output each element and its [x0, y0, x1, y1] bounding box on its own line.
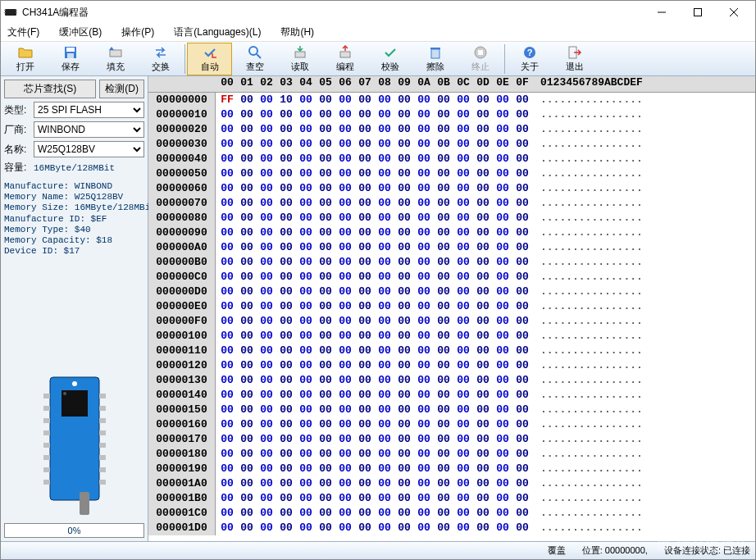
hex-byte[interactable]: 00: [394, 285, 414, 299]
hex-byte[interactable]: 00: [473, 329, 493, 344]
hex-byte[interactable]: 00: [375, 329, 394, 344]
hex-byte[interactable]: 00: [453, 314, 473, 329]
hex-byte[interactable]: 00: [237, 417, 257, 432]
hex-byte[interactable]: 00: [237, 447, 257, 462]
hex-byte[interactable]: 00: [276, 299, 296, 314]
hex-byte[interactable]: 00: [257, 211, 276, 225]
hex-byte[interactable]: 00: [276, 107, 296, 122]
hex-byte[interactable]: 00: [296, 491, 316, 506]
hex-byte[interactable]: 00: [257, 240, 276, 255]
hex-byte[interactable]: 00: [296, 270, 316, 285]
hex-byte[interactable]: 00: [316, 521, 335, 535]
hex-byte[interactable]: 00: [375, 196, 394, 211]
hex-byte[interactable]: 00: [237, 491, 257, 506]
hex-byte[interactable]: 00: [512, 476, 532, 491]
hex-byte[interactable]: 00: [512, 93, 532, 107]
hex-row[interactable]: 0000016000000000000000000000000000000000…: [148, 417, 755, 432]
hex-row[interactable]: 0000005000000000000000000000000000000000…: [148, 166, 755, 181]
hex-byte[interactable]: 00: [512, 358, 532, 373]
verify-button[interactable]: 校验: [367, 43, 412, 75]
hex-byte[interactable]: 00: [355, 285, 375, 299]
hex-byte[interactable]: 00: [257, 122, 276, 137]
hex-byte[interactable]: 00: [355, 447, 375, 462]
hex-byte[interactable]: 00: [316, 240, 335, 255]
hex-byte[interactable]: 00: [453, 181, 473, 196]
hex-byte[interactable]: 00: [453, 255, 473, 270]
hex-byte[interactable]: 00: [512, 299, 532, 314]
hex-byte[interactable]: 00: [237, 225, 257, 240]
hex-byte[interactable]: 00: [217, 521, 237, 535]
hex-byte[interactable]: 00: [512, 225, 532, 240]
hex-byte[interactable]: 00: [335, 417, 355, 432]
hex-byte[interactable]: 00: [217, 432, 237, 447]
hex-byte[interactable]: 00: [217, 417, 237, 432]
hex-byte[interactable]: 00: [355, 240, 375, 255]
hex-byte[interactable]: 00: [434, 521, 453, 535]
hex-byte[interactable]: 00: [473, 403, 493, 417]
hex-byte[interactable]: 00: [394, 476, 414, 491]
hex-byte[interactable]: 00: [296, 521, 316, 535]
hex-byte[interactable]: 00: [257, 329, 276, 344]
minimize-button[interactable]: [644, 1, 680, 24]
hex-row[interactable]: 0000009000000000000000000000000000000000…: [148, 225, 755, 240]
hex-byte[interactable]: 00: [276, 388, 296, 403]
hex-byte[interactable]: 00: [257, 476, 276, 491]
hex-byte[interactable]: 00: [257, 181, 276, 196]
hex-byte[interactable]: 00: [276, 122, 296, 137]
hex-byte[interactable]: 00: [493, 329, 512, 344]
hex-byte[interactable]: 00: [276, 432, 296, 447]
hex-byte[interactable]: 00: [257, 107, 276, 122]
hex-byte[interactable]: 00: [296, 447, 316, 462]
hex-byte[interactable]: 00: [434, 166, 453, 181]
detect-button[interactable]: 检测(D): [99, 80, 144, 98]
hex-byte[interactable]: 00: [434, 447, 453, 462]
hex-byte[interactable]: 00: [335, 196, 355, 211]
hex-byte[interactable]: 00: [217, 196, 237, 211]
hex-byte[interactable]: 00: [414, 166, 434, 181]
hex-byte[interactable]: 00: [434, 344, 453, 358]
hex-byte[interactable]: 00: [473, 285, 493, 299]
hex-byte[interactable]: 00: [394, 122, 414, 137]
hex-byte[interactable]: 00: [493, 211, 512, 225]
hex-byte[interactable]: 00: [257, 152, 276, 166]
hex-byte[interactable]: 00: [355, 196, 375, 211]
hex-byte[interactable]: 00: [434, 358, 453, 373]
hex-byte[interactable]: 00: [434, 329, 453, 344]
hex-byte[interactable]: 00: [335, 506, 355, 521]
hex-row[interactable]: 00000000FF000010000000000000000000000000…: [148, 93, 755, 107]
hex-byte[interactable]: 00: [296, 358, 316, 373]
hex-byte[interactable]: 00: [237, 388, 257, 403]
hex-byte[interactable]: 00: [434, 285, 453, 299]
hex-byte[interactable]: 00: [473, 255, 493, 270]
hex-byte[interactable]: 00: [296, 122, 316, 137]
hex-byte[interactable]: 00: [375, 403, 394, 417]
hex-row[interactable]: 0000017000000000000000000000000000000000…: [148, 432, 755, 447]
hex-byte[interactable]: 00: [237, 255, 257, 270]
hex-byte[interactable]: 00: [257, 491, 276, 506]
hex-byte[interactable]: 00: [276, 403, 296, 417]
open-button[interactable]: 打开: [2, 43, 48, 75]
hex-byte[interactable]: 00: [276, 225, 296, 240]
hex-byte[interactable]: 00: [434, 491, 453, 506]
hex-byte[interactable]: 00: [355, 329, 375, 344]
hex-byte[interactable]: 00: [434, 255, 453, 270]
hex-byte[interactable]: 00: [512, 152, 532, 166]
hex-byte[interactable]: 00: [316, 462, 335, 476]
hex-byte[interactable]: 00: [296, 166, 316, 181]
hex-byte[interactable]: 00: [237, 211, 257, 225]
hex-byte[interactable]: 00: [394, 521, 414, 535]
hex-byte[interactable]: 00: [217, 329, 237, 344]
erase-button[interactable]: 擦除: [412, 43, 458, 75]
hex-row[interactable]: 0000003000000000000000000000000000000000…: [148, 137, 755, 152]
hex-byte[interactable]: 00: [276, 240, 296, 255]
name-select[interactable]: W25Q128BV: [34, 141, 144, 157]
hex-byte[interactable]: 00: [493, 506, 512, 521]
hex-byte[interactable]: 00: [493, 107, 512, 122]
hex-byte[interactable]: 00: [512, 240, 532, 255]
hex-byte[interactable]: 00: [296, 152, 316, 166]
hex-byte[interactable]: 00: [355, 270, 375, 285]
hex-byte[interactable]: 00: [473, 373, 493, 388]
hex-byte[interactable]: 00: [257, 521, 276, 535]
hex-byte[interactable]: 00: [335, 432, 355, 447]
fill-button[interactable]: 填充: [93, 43, 138, 75]
